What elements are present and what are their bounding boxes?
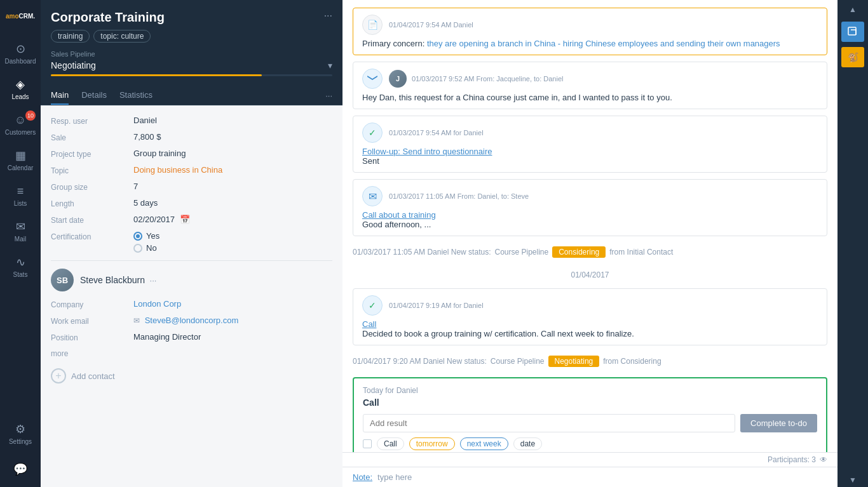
email-link[interactable]: SteveB@londoncorp.com [145,316,239,325]
task-action-next-week[interactable]: next week [460,437,508,450]
activity-email2: ✉ 01/03/2017 11:05 AM From: Daniel, to: … [353,179,827,236]
email2-link[interactable]: Call about a training [362,210,436,220]
mail-icon: ✉ [16,220,25,234]
new-tab-icon [848,27,858,37]
cert-yes-row[interactable]: Yes [133,231,332,241]
contact-more-btn[interactable]: ··· [150,276,157,285]
sidebar-item-mail[interactable]: ✉ Mail [0,213,41,249]
field-project-type-value: Group training [133,149,332,158]
sidebar-item-settings[interactable]: ⚙ Settings [0,416,41,451]
field-topic-label: Topic [51,165,133,175]
field-project-type: Project type Group training [51,149,332,159]
field-topic: Topic Doing business in China [51,165,332,175]
status1-pipeline: Course Pipeline [494,248,548,257]
sidebar-item-leads[interactable]: ◈ Leads [0,71,41,107]
scroll-down-arrow[interactable]: ▼ [849,476,857,484]
participants-eye-icon[interactable]: 👁 [820,455,827,464]
note-area: Note: type here [342,467,837,487]
activity-note1-header: 📄 01/04/2017 9:54 AM Daniel [362,15,818,35]
field-certification-label: Certification [51,231,133,241]
participants-label: Participants: 3 [768,455,816,464]
email2-icon: ✉ [362,186,383,206]
note-label[interactable]: Note: [353,472,372,482]
sidebar-item-stats[interactable]: ∿ Stats [0,249,41,284]
today-input-row: Complete to-do [363,414,817,432]
sidebar-item-customers[interactable]: ☺ 10 Customers [0,107,41,142]
field-company-label: Company [51,299,133,309]
doc-icon: 📄 [362,15,383,35]
activity-email1-header: J 01/03/2017 9:52 AM From: Jacqueline, t… [362,69,818,89]
activity-email2-body: Call about a training Good afternoon, ..… [362,210,818,229]
tag-culture[interactable]: topic: culture [93,30,151,43]
task1-icon: ✓ [362,123,383,143]
add-contact-btn[interactable]: + Add contact [51,368,332,384]
field-group-size-value: 7 [133,182,332,191]
cert-no-label: No [146,243,157,253]
sidebar-item-chat[interactable]: 💬 [0,451,41,487]
pipeline-section: Sales Pipeline Negotiating ▾ [41,50,342,81]
activity-task2: ✓ 01/04/2017 9:19 AM for Daniel Call Dec… [353,288,827,345]
panel-more-btn[interactable]: ··· [324,10,332,22]
cert-no-row[interactable]: No [133,243,332,253]
tab-details[interactable]: Details [81,86,107,105]
cert-yes-label: Yes [146,231,159,241]
stats-label: Stats [13,271,28,278]
task-action-date[interactable]: date [513,437,542,450]
pipeline-label: Sales Pipeline [51,50,332,58]
tab-main[interactable]: Main [51,86,69,105]
task-checkbox[interactable] [363,439,372,448]
divider [51,260,332,261]
dashboard-label: Dashboard [5,58,36,65]
mailchimp-btn[interactable]: 🐒 [841,47,864,67]
task1-link[interactable]: Follow-up: Send intro questionnaire [362,147,492,156]
note-placeholder[interactable]: type here [377,472,412,482]
status2-from: from Considering [603,357,661,366]
tag-training[interactable]: training [51,30,90,43]
calendar-icon-small[interactable]: 📅 [180,215,190,224]
field-certification: Certification Yes No [51,231,332,253]
scroll-up-arrow[interactable]: ▲ [849,5,857,14]
contact-name: Steve Blackburn [80,275,145,285]
customers-icon: ☺ [15,114,26,127]
panel-header: Corporate Training ··· [41,0,342,30]
today-title: Call [363,397,817,408]
more-fields-link[interactable]: more [51,349,68,358]
field-length: Length 5 days [51,198,332,208]
add-contact-icon: + [51,368,66,384]
complete-todo-btn[interactable]: Complete to-do [740,414,817,432]
pipeline-select[interactable]: Negotiating ▾ [51,60,332,70]
tabs-more-icon[interactable]: ··· [325,91,332,100]
new-tab-btn[interactable] [841,22,864,42]
field-length-label: Length [51,198,133,208]
cert-yes-radio[interactable] [133,232,142,241]
field-start-date-label: Start date [51,215,133,225]
task-action-tomorrow[interactable]: tomorrow [409,437,455,450]
activity-task2-header: ✓ 01/04/2017 9:19 AM for Daniel [362,295,818,316]
activity-note1-body: Primary concern: they are opening a bran… [362,39,818,48]
task-action-call[interactable]: Call [377,437,404,450]
field-certification-value: Yes No [133,231,332,253]
icon-sidebar: amoCRM. ⊙ Dashboard ◈ Leads ☺ 10 Custome… [0,0,41,487]
status2-badge: Negotiating [548,356,600,367]
cert-no-radio[interactable] [133,244,142,253]
activity-note1-meta: 01/04/2017 9:54 AM Daniel [389,21,473,29]
field-project-type-label: Project type [51,149,133,159]
today-result-input[interactable] [363,414,735,432]
sidebar-item-calendar[interactable]: ▦ Calendar [0,142,41,178]
email1-header-row: J 01/03/2017 9:52 AM From: Jacqueline, t… [389,70,563,88]
email1-icon [362,69,383,89]
field-group-size-label: Group size [51,182,133,192]
svg-rect-0 [367,75,377,83]
activity-email1-meta: 01/03/2017 9:52 AM From: Jacqueline, to:… [412,75,563,83]
company-link[interactable]: London Corp [133,299,181,309]
task2-link[interactable]: Call [362,319,376,329]
activity-task2-meta: 01/04/2017 9:19 AM for Daniel [389,302,484,309]
contact-name-wrapper: Steve Blackburn ··· [80,275,156,285]
sidebar-item-dashboard[interactable]: ⊙ Dashboard [0,36,41,71]
activity-email2-header: ✉ 01/03/2017 11:05 AM From: Daniel, to: … [362,186,818,206]
app-logo[interactable]: amoCRM. [5,5,36,28]
sidebar-item-lists[interactable]: ≡ Lists [0,178,41,213]
field-sale-value: 7,800 $ [133,132,332,142]
tab-statistics[interactable]: Statistics [119,86,153,105]
pipeline-arrow-icon: ▾ [328,60,332,70]
